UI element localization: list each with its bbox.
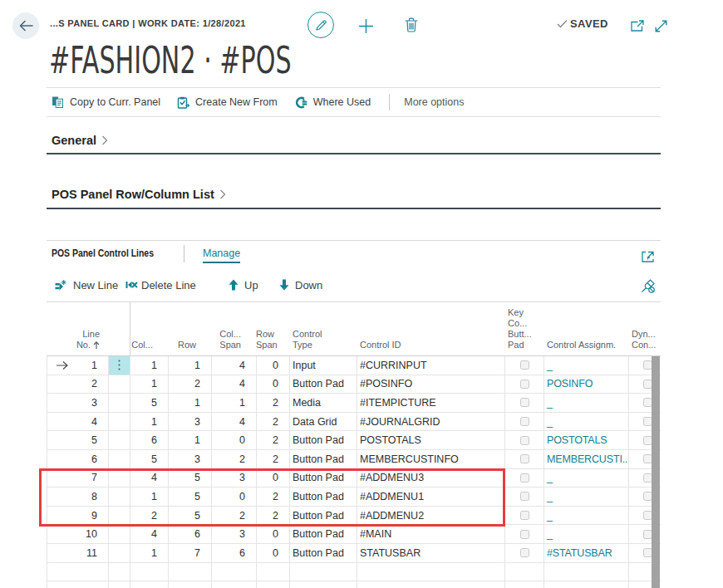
cell-col_span[interactable]: 4	[212, 375, 257, 394]
cell-control-assignm-link[interactable]: POSTOTALS	[544, 431, 629, 449]
checkbox[interactable]	[643, 473, 652, 483]
column-header-control_type[interactable]: Control Type	[289, 329, 357, 355]
checkbox[interactable]	[643, 530, 652, 539]
cell-row_span[interactable]: 0	[257, 544, 290, 562]
cell-dots[interactable]	[109, 450, 130, 468]
checkbox[interactable]	[520, 530, 529, 539]
section-rowcol-header[interactable]: POS Panel Row/Column List	[47, 188, 661, 201]
cell-row[interactable]: 6	[169, 525, 212, 543]
new-button[interactable]	[358, 18, 374, 34]
cell-control_id[interactable]: MEMBERCUSTINFO	[357, 450, 505, 468]
column-header-control_assignm[interactable]: Control Assignm.	[543, 340, 628, 355]
checkbox[interactable]	[520, 380, 529, 389]
cell-control_id[interactable]: #JOURNALGRID	[357, 413, 505, 431]
checkbox[interactable]	[520, 454, 529, 463]
cell-col_span[interactable]: 3	[212, 525, 257, 543]
cell-col[interactable]: 1	[130, 413, 169, 431]
cell-row[interactable]: 2	[169, 375, 212, 394]
checkbox[interactable]	[520, 492, 529, 501]
move-up-button[interactable]: Up	[229, 277, 258, 293]
cell-dots[interactable]	[109, 413, 130, 431]
cell-control-assignm-link[interactable]: _	[544, 356, 629, 375]
checkbox[interactable]	[643, 398, 652, 407]
cell-row[interactable]: 1	[169, 431, 212, 449]
checkbox[interactable]	[643, 360, 652, 370]
checkbox[interactable]	[643, 417, 652, 426]
cell-col[interactable]: 1	[130, 544, 169, 562]
cell-col_span[interactable]: 4	[212, 413, 257, 431]
cell-col_span[interactable]: 0	[212, 431, 257, 449]
delete-button[interactable]	[405, 17, 418, 32]
cell-line_no[interactable]: 2	[47, 375, 109, 394]
cell-row_span[interactable]: 0	[257, 356, 290, 375]
checkbox[interactable]	[520, 360, 529, 370]
cell-control_type[interactable]: Button Pad	[290, 525, 357, 543]
column-header-col[interactable]: Col...	[130, 340, 168, 355]
action-copy-to-curr-panel[interactable]: Copy to Curr. Panel	[52, 96, 160, 108]
checkbox[interactable]	[643, 511, 652, 520]
cell-dots[interactable]	[109, 544, 130, 562]
cell-control_type[interactable]: Button Pad	[290, 544, 357, 562]
more-options-button[interactable]: More options	[404, 96, 464, 108]
cell-line_no[interactable]: 11	[47, 544, 109, 562]
column-header-row_span[interactable]: Row Span	[256, 329, 289, 355]
cell-col[interactable]: 5	[130, 450, 169, 468]
cell-row_span[interactable]: 0	[257, 375, 290, 394]
cell-control_id[interactable]: #MAIN	[357, 525, 505, 543]
row-options-button[interactable]	[109, 356, 130, 375]
cell-row_span[interactable]: 0	[257, 525, 290, 543]
cell-dots[interactable]	[109, 375, 130, 394]
action-create-new-from[interactable]: Create New From	[177, 96, 278, 109]
cell-col[interactable]: 1	[130, 375, 169, 394]
cell-key_pad[interactable]	[505, 375, 544, 394]
cell-control-assignm-link[interactable]: _	[544, 507, 629, 525]
cell-line_no[interactable]: 6	[47, 450, 109, 468]
cell-control_id[interactable]: STATUSBAR	[357, 544, 505, 562]
cell-control-assignm-link[interactable]: POSINFO	[544, 375, 629, 394]
cell-row_span[interactable]: 2	[257, 431, 290, 449]
maximize-part-button[interactable]	[642, 251, 654, 262]
cell-row_span[interactable]: 2	[257, 450, 290, 468]
checkbox[interactable]	[643, 548, 652, 557]
cell-control_type[interactable]: Input	[290, 356, 357, 375]
cell-col_span[interactable]: 1	[212, 394, 257, 412]
cell-row[interactable]: 3	[169, 413, 212, 431]
cell-row_span[interactable]: 2	[257, 413, 290, 431]
cell-control-assignm-link[interactable]: #STATUSBAR	[544, 544, 629, 562]
new-line-button[interactable]: New Line	[55, 277, 118, 293]
checkbox[interactable]	[520, 417, 529, 426]
cell-col_span[interactable]: 6	[212, 544, 257, 562]
cell-control_id[interactable]: #CURRINPUT	[357, 356, 505, 375]
expand-button[interactable]	[654, 19, 668, 33]
vertical-scrollbar[interactable]	[652, 356, 660, 588]
cell-key_pad[interactable]	[505, 356, 544, 375]
cell-key_pad[interactable]	[505, 525, 544, 543]
cell-line_no[interactable]: 5	[47, 431, 109, 449]
manage-tab[interactable]: Manage	[203, 247, 240, 263]
section-general-header[interactable]: General	[47, 134, 661, 147]
cell-key_pad[interactable]	[505, 394, 544, 412]
column-header-row[interactable]: Row	[168, 340, 211, 355]
cell-key_pad[interactable]	[505, 544, 544, 562]
cell-key_pad[interactable]	[505, 450, 544, 468]
checkbox[interactable]	[520, 398, 529, 407]
cell-control-assignm-link[interactable]: _	[544, 469, 629, 488]
cell-control_id[interactable]: #POSINFO	[357, 375, 505, 394]
cell-line_no[interactable]: 4	[47, 413, 109, 431]
checkbox[interactable]	[643, 492, 652, 501]
cell-line_no[interactable]: 10	[47, 525, 109, 543]
cell-control_type[interactable]: Media	[290, 394, 357, 412]
cell-col[interactable]: 4	[130, 525, 169, 543]
checkbox[interactable]	[520, 511, 529, 520]
open-in-new-window-button[interactable]	[631, 20, 644, 32]
checkbox[interactable]	[520, 436, 529, 445]
cell-control_type[interactable]: Data Grid	[290, 413, 357, 431]
checkbox[interactable]	[643, 380, 652, 389]
cell-control-assignm-link[interactable]: _	[544, 488, 629, 506]
cell-col[interactable]: 1	[130, 356, 169, 375]
back-button[interactable]	[12, 12, 39, 39]
checkbox[interactable]	[520, 473, 529, 483]
column-header-control_id[interactable]: Control ID	[357, 340, 504, 355]
cell-key_pad[interactable]	[505, 431, 544, 449]
column-header-key_pad[interactable]: Key Co... Butt... Pad	[504, 307, 543, 355]
